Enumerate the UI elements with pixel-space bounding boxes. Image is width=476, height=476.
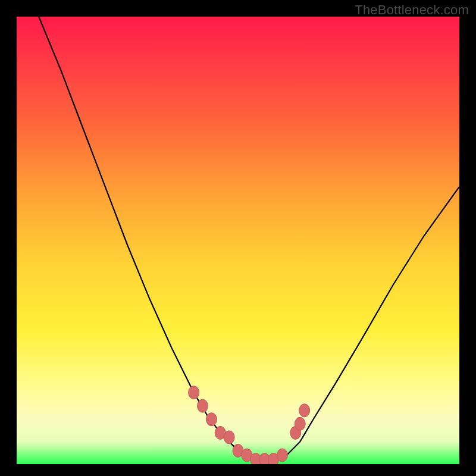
marker-dot	[189, 386, 199, 399]
marker-group	[189, 386, 310, 464]
marker-dot	[224, 431, 234, 444]
marker-dot	[198, 399, 208, 412]
marker-dot	[299, 404, 310, 417]
chart-frame: TheBottleneck.com	[0, 0, 476, 476]
watermark-text: TheBottleneck.com	[355, 2, 469, 18]
curve-svg	[17, 17, 459, 464]
bottleneck-curve-path	[39, 17, 459, 460]
plot-area	[17, 17, 459, 464]
marker-dot	[206, 413, 217, 426]
marker-dot	[295, 417, 305, 430]
marker-dot	[277, 449, 287, 462]
